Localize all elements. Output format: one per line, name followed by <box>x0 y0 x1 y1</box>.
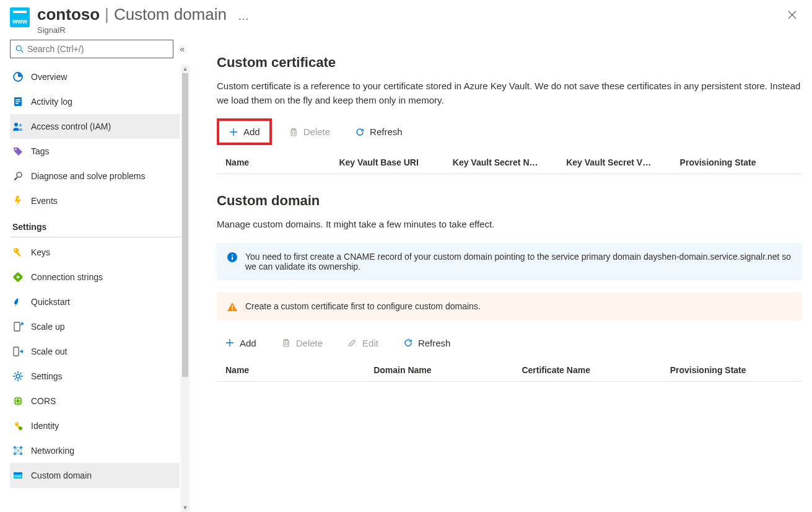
sidebar-item-label: Activity log <box>31 97 72 107</box>
sidebar-item-keys[interactable]: Keys <box>10 240 180 265</box>
main-content: Custom certificate Custom certificate is… <box>190 37 812 512</box>
warning-icon <box>227 301 238 312</box>
scrollbar[interactable]: ▲ ▼ <box>181 64 190 512</box>
activity-log-icon <box>12 96 24 107</box>
domain-toolbar: Add Delete Edit Refresh <box>217 333 802 353</box>
sidebar-item-networking[interactable]: Networking <box>10 438 180 463</box>
column-header[interactable]: Key Vault Base URI <box>339 157 452 167</box>
svg-point-7 <box>14 123 18 126</box>
svg-point-28 <box>14 397 22 405</box>
sidebar-item-access-control[interactable]: Access control (IAM) <box>10 114 180 139</box>
scale-up-icon <box>12 321 24 332</box>
svg-point-47 <box>232 309 233 310</box>
column-header[interactable]: Provisioning State <box>680 157 793 167</box>
sidebar-item-tags[interactable]: Tags <box>10 139 180 164</box>
sidebar-item-label: Connection strings <box>31 272 103 282</box>
scroll-up-arrow[interactable]: ▲ <box>181 64 190 73</box>
column-header[interactable]: Name <box>225 157 339 167</box>
sidebar-item-custom-domain[interactable]: www Custom domain <box>10 463 180 488</box>
svg-rect-48 <box>284 341 289 346</box>
custom-domain-icon: www <box>12 470 24 481</box>
search-input[interactable] <box>27 44 168 54</box>
domain-warn-notice: Create a custom certificate first to con… <box>217 293 802 321</box>
svg-point-31 <box>15 422 19 426</box>
svg-rect-4 <box>15 99 20 100</box>
sidebar-item-diagnose[interactable]: Diagnose and solve problems <box>10 164 180 188</box>
button-label: Refresh <box>418 338 451 348</box>
sidebar-item-settings[interactable]: Settings <box>10 364 180 389</box>
gear-icon <box>12 371 24 382</box>
domain-heading: Custom domain <box>217 193 802 209</box>
domain-refresh-button[interactable]: Refresh <box>395 333 459 353</box>
svg-rect-5 <box>15 101 20 102</box>
sidebar-item-scale-out[interactable]: Scale out <box>10 339 180 364</box>
info-icon <box>227 252 238 263</box>
certificate-add-button[interactable]: Add <box>220 122 268 141</box>
sidebar-item-events[interactable]: Events <box>10 188 180 213</box>
sidebar-item-scale-up[interactable]: Scale up <box>10 314 180 339</box>
sidebar-item-connection-strings[interactable]: Connection strings <box>10 265 180 289</box>
button-label: Edit <box>362 338 378 348</box>
certificate-delete-button[interactable]: Delete <box>281 122 338 141</box>
column-header[interactable]: Name <box>225 365 373 375</box>
collapse-sidebar-button[interactable]: « <box>180 44 185 54</box>
quickstart-icon <box>12 296 24 307</box>
svg-point-19 <box>16 374 20 378</box>
scale-out-icon <box>12 346 24 357</box>
certificate-table-header: Name Key Vault Base URI Key Vault Secret… <box>217 151 802 174</box>
sidebar-item-activity-log[interactable]: Activity log <box>10 89 180 114</box>
sidebar: « ▲ ▼ Overview Activity log <box>0 37 190 512</box>
certificate-refresh-button[interactable]: Refresh <box>347 122 411 141</box>
domain-edit-button[interactable]: Edit <box>339 333 386 353</box>
close-button[interactable] <box>782 7 802 25</box>
domain-add-button[interactable]: Add <box>217 333 264 353</box>
sidebar-item-label: CORS <box>31 396 56 406</box>
sidebar-item-label: Custom domain <box>31 470 92 480</box>
page-header: contoso | Custom domain … SignalR <box>0 0 812 37</box>
svg-line-25 <box>20 379 22 380</box>
svg-line-26 <box>20 373 22 374</box>
plus-icon <box>225 338 235 348</box>
networking-icon <box>12 445 24 456</box>
column-header[interactable]: Domain Name <box>373 365 522 375</box>
sidebar-item-label: Identity <box>31 421 59 431</box>
svg-point-13 <box>15 249 16 250</box>
svg-point-8 <box>19 124 22 126</box>
column-header[interactable]: Provisioning State <box>670 365 793 375</box>
notice-text: Create a custom certificate first to con… <box>245 301 481 311</box>
sidebar-item-identity[interactable]: Identity <box>10 413 180 438</box>
close-icon <box>787 10 797 20</box>
column-header[interactable]: Key Vault Secret V… <box>566 157 679 167</box>
page-title: Custom domain <box>114 5 227 24</box>
svg-point-12 <box>14 248 19 253</box>
button-label: Add <box>240 338 256 348</box>
column-header[interactable]: Certificate Name <box>522 365 670 375</box>
events-icon <box>12 195 24 206</box>
scroll-thumb[interactable] <box>182 73 188 377</box>
more-actions-button[interactable]: … <box>238 10 249 23</box>
sidebar-item-label: Tags <box>31 146 50 156</box>
sidebar-item-label: Scale out <box>31 346 67 356</box>
button-label: Refresh <box>370 126 403 137</box>
column-header[interactable]: Key Vault Secret N… <box>453 157 566 167</box>
svg-point-10 <box>17 172 22 177</box>
keys-icon <box>12 247 24 258</box>
scroll-down-arrow[interactable]: ▼ <box>181 503 190 512</box>
overview-icon <box>12 71 24 82</box>
svg-line-27 <box>15 379 16 380</box>
svg-rect-17 <box>14 322 20 331</box>
sidebar-item-label: Diagnose and solve problems <box>31 171 145 181</box>
domain-delete-button[interactable]: Delete <box>273 333 331 353</box>
svg-point-34 <box>19 426 22 430</box>
edit-icon <box>347 338 357 348</box>
sidebar-item-overview[interactable]: Overview <box>10 64 180 89</box>
sidebar-item-cors[interactable]: CORS <box>10 389 180 413</box>
sidebar-item-label: Events <box>31 196 58 206</box>
button-label: Delete <box>296 338 323 348</box>
refresh-icon <box>403 338 413 348</box>
resource-name: contoso <box>37 5 100 24</box>
sidebar-item-quickstart[interactable]: Quickstart <box>10 289 180 314</box>
cors-icon <box>12 395 24 407</box>
certificate-heading: Custom certificate <box>217 55 802 71</box>
search-input-wrap[interactable] <box>10 40 173 58</box>
